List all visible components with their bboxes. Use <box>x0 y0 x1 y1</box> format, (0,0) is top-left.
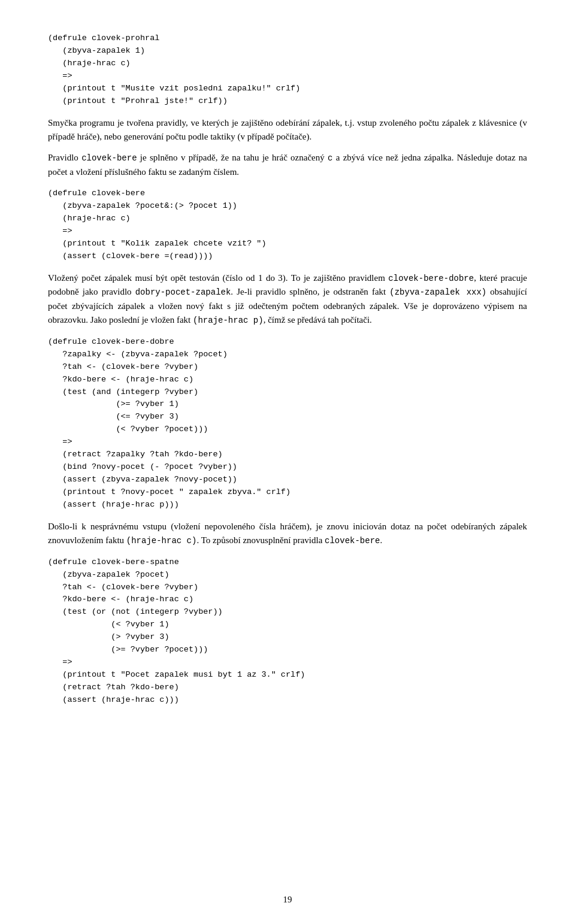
code-block-2: (defrule clovek-bere (zbyva-zapalek ?poc… <box>48 187 527 263</box>
paragraph-3-code1: clovek-bere-dobre <box>388 274 474 283</box>
paragraph-2: Pravidlo clovek-bere je splněno v případ… <box>48 151 527 179</box>
paragraph-3-code2: dobry-pocet-zapalek <box>135 287 231 297</box>
paragraph-3-end: . Je-li pravidlo splněno, je odstraněn f… <box>231 287 389 296</box>
paragraph-3-code3: (zbyva-zapalek xxx) <box>389 287 486 297</box>
paragraph-2-mid: je splněno v případě, že na tahu je hráč… <box>137 153 328 162</box>
code-block-4: (defrule clovek-bere-spatne (zbyva-zapal… <box>48 556 527 707</box>
paragraph-2-start: Pravidlo <box>48 153 81 162</box>
paragraph-4-end: . <box>380 535 382 545</box>
paragraph-4-mid: . To způsobí znovusplnění pravidla <box>196 535 325 545</box>
code-block-1: (defrule clovek-prohral (zbyva-zapalek 1… <box>48 32 527 108</box>
code-block-3: (defrule clovek-bere-dobre ?zapalky <- (… <box>48 336 527 511</box>
paragraph-4-code2: clovek-bere <box>325 536 380 546</box>
paragraph-4: Došlo-li k nesprávnému vstupu (vložení n… <box>48 520 527 548</box>
paragraph-3-start: Vložený počet zápalek musí být opět test… <box>48 273 388 283</box>
paragraph-3-code4: (hraje-hrac p) <box>193 316 264 325</box>
paragraph-3-end2: , čímž se předává tah počítači. <box>264 315 372 325</box>
paragraph-3: Vložený počet zápalek musí být opět test… <box>48 271 527 328</box>
paragraph-1-text: Smyčka programu je tvořena pravidly, ve … <box>48 118 527 141</box>
page: (defrule clovek-prohral (zbyva-zapalek 1… <box>0 0 575 924</box>
paragraph-4-code1: (hraje-hrac c) <box>126 536 197 546</box>
paragraph-1: Smyčka programu je tvořena pravidly, ve … <box>48 116 527 144</box>
paragraph-2-code1: clovek-bere <box>81 153 137 163</box>
page-number: 19 <box>283 893 292 907</box>
